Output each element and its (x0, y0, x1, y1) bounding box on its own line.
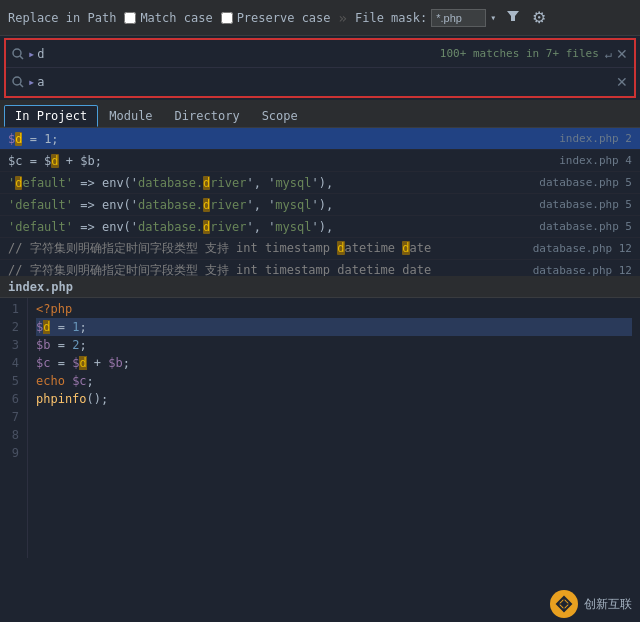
code-line: echo $c; (36, 372, 632, 390)
preserve-case-checkbox[interactable] (221, 12, 233, 24)
result-filename: database.php 5 (539, 198, 632, 211)
preserve-case-label: Preserve case (237, 11, 331, 25)
result-code: 'default' => env('database.driver', 'mys… (8, 176, 531, 190)
logo-icon (550, 590, 578, 618)
code-editor[interactable]: <?php $d = 1; $b = 2; $c = $d + $b; echo… (28, 298, 640, 558)
tab-module[interactable]: Module (98, 105, 163, 127)
code-line: $c = $d + $b; (36, 354, 632, 372)
result-filename: database.php 5 (539, 176, 632, 189)
toolbar-title: Replace in Path (8, 11, 116, 25)
svg-line-2 (20, 56, 23, 59)
tab-scope[interactable]: Scope (251, 105, 309, 127)
code-line: $d = 1; (36, 318, 632, 336)
clear-replace-button[interactable]: ✕ (616, 75, 628, 89)
toolbar: Replace in Path Match case Preserve case… (0, 0, 640, 36)
search-replace-area: ▸ 100+ matches in 7+ files ↵ ✕ ▸ ✕ (4, 38, 636, 98)
enter-icon: ↵ (605, 47, 612, 61)
settings-button[interactable]: ⚙ (530, 8, 548, 27)
result-filename: index.php 2 (559, 132, 632, 145)
result-code: // 字符集则明确指定时间字段类型 支持 int timestamp datet… (8, 240, 525, 257)
match-case-label: Match case (140, 11, 212, 25)
filemask-label: File mask: (355, 11, 427, 25)
result-filename: database.php 5 (539, 220, 632, 233)
result-filename: database.php 12 (533, 242, 632, 255)
result-item[interactable]: // 字符集则明确指定时间字段类型 支持 int timestamp datet… (0, 238, 640, 260)
clear-search-button[interactable]: ✕ (616, 47, 628, 61)
search-input[interactable] (37, 47, 440, 61)
svg-line-4 (20, 84, 23, 87)
code-line: $b = 2; (36, 336, 632, 354)
logo-text: 创新互联 (584, 596, 632, 613)
result-item[interactable]: // 字符集则明确指定时间字段类型 支持 int timestamp datet… (0, 260, 640, 276)
match-case-checkbox[interactable] (124, 12, 136, 24)
svg-marker-0 (507, 11, 519, 21)
separator: » (339, 10, 347, 26)
filemask-input[interactable] (431, 9, 486, 27)
result-filename: index.php 4 (559, 154, 632, 167)
tab-directory[interactable]: Directory (164, 105, 251, 127)
svg-point-3 (13, 77, 21, 85)
match-count: 100+ matches in 7+ files (440, 47, 599, 60)
result-item[interactable]: 'default' => env('database.driver', 'mys… (0, 194, 640, 216)
svg-point-1 (13, 49, 21, 57)
logo-bar: 创新互联 (550, 590, 632, 618)
editor-filename-bar: index.php (0, 276, 640, 298)
result-item[interactable]: $d = 1; index.php 2 (0, 128, 640, 150)
search-row: ▸ 100+ matches in 7+ files ↵ ✕ (6, 40, 634, 68)
code-line: <?php (36, 300, 632, 318)
editor-content: 1 2 3 4 5 6 7 8 9 <?php $d = 1; $b = 2; … (0, 298, 640, 558)
filemask-dropdown-icon[interactable]: ▾ (490, 12, 496, 23)
results-list: $d = 1; index.php 2 $c = $d + $b; index.… (0, 128, 640, 276)
result-code: $d = 1; (8, 132, 551, 146)
code-line (36, 426, 632, 444)
replace-regex-indicator: ▸ (28, 75, 35, 89)
search-icon (12, 48, 24, 60)
filter-icon (506, 9, 520, 23)
tab-in-project[interactable]: In Project (4, 105, 98, 127)
replace-input[interactable] (37, 75, 616, 89)
result-filename: database.php 12 (533, 264, 632, 276)
result-item[interactable]: 'default' => env('database.driver', 'mys… (0, 172, 640, 194)
preserve-case-group: Preserve case (221, 11, 331, 25)
filter-button[interactable] (504, 9, 522, 26)
tabs-bar: In Project Module Directory Scope (0, 100, 640, 128)
code-line: phpinfo(); (36, 390, 632, 408)
result-code: 'default' => env('database.driver', 'mys… (8, 220, 531, 234)
code-line (36, 444, 632, 462)
line-numbers: 1 2 3 4 5 6 7 8 9 (0, 298, 28, 558)
result-item[interactable]: $c = $d + $b; index.php 4 (0, 150, 640, 172)
replace-search-icon (12, 76, 24, 88)
match-case-group: Match case (124, 11, 212, 25)
code-line (36, 408, 632, 426)
result-code: $c = $d + $b; (8, 154, 551, 168)
replace-row: ▸ ✕ (6, 68, 634, 96)
regex-indicator: ▸ (28, 47, 35, 61)
filemask-group: File mask: ▾ (355, 9, 496, 27)
result-code: 'default' => env('database.driver', 'mys… (8, 198, 531, 212)
result-code: // 字符集则明确指定时间字段类型 支持 int timestamp datet… (8, 262, 525, 276)
result-item[interactable]: 'default' => env('database.driver', 'mys… (0, 216, 640, 238)
editor-filename: index.php (8, 280, 73, 294)
